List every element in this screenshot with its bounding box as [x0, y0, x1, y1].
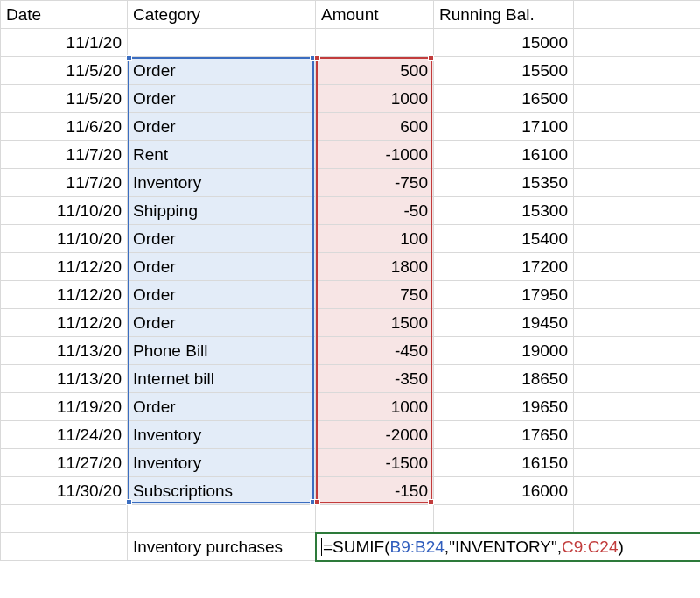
cell-date[interactable]: 11/12/20	[1, 309, 128, 337]
header-category[interactable]: Category	[128, 1, 316, 29]
cell-blank[interactable]	[574, 141, 701, 169]
formula-cell[interactable]: =SUMIF(B9:B24,"INVENTORY",C9:C24)	[316, 533, 701, 561]
cell-blank[interactable]	[574, 169, 701, 197]
cell-amount[interactable]: -750	[316, 169, 434, 197]
cell-amount[interactable]: 1000	[316, 85, 434, 113]
cell-blank[interactable]	[574, 197, 701, 225]
cell-running[interactable]: 19450	[434, 309, 574, 337]
cell-blank[interactable]	[128, 505, 316, 533]
cell-amount[interactable]: 1800	[316, 253, 434, 281]
cell-date[interactable]: 11/10/20	[1, 225, 128, 253]
cell-date[interactable]: 11/12/20	[1, 281, 128, 309]
cell-running[interactable]: 17100	[434, 113, 574, 141]
cell-category[interactable]: Shipping	[128, 197, 316, 225]
cell-date[interactable]: 11/27/20	[1, 449, 128, 477]
grid[interactable]: Date Category Amount Running Bal. 11/1/2…	[0, 0, 700, 561]
cell-amount[interactable]: -2000	[316, 421, 434, 449]
cell-category[interactable]: Order	[128, 57, 316, 85]
cell-blank[interactable]	[316, 505, 434, 533]
cell-running[interactable]: 16150	[434, 449, 574, 477]
cell-date[interactable]: 11/24/20	[1, 421, 128, 449]
cell-blank[interactable]	[574, 309, 701, 337]
cell-amount[interactable]: 1500	[316, 309, 434, 337]
cell-date[interactable]: 11/19/20	[1, 393, 128, 421]
cell-blank[interactable]	[574, 393, 701, 421]
cell-running[interactable]: 19000	[434, 337, 574, 365]
cell-running[interactable]: 17650	[434, 421, 574, 449]
cell-running[interactable]: 15500	[434, 57, 574, 85]
cell-blank[interactable]	[574, 505, 701, 533]
cell-category[interactable]: Order	[128, 281, 316, 309]
cell-date[interactable]: 11/1/20	[1, 29, 128, 57]
cell-blank[interactable]	[1, 505, 128, 533]
cell-date[interactable]: 11/5/20	[1, 57, 128, 85]
cell-date[interactable]: 11/13/20	[1, 337, 128, 365]
cell-category[interactable]: Inventory	[128, 421, 316, 449]
cell-date[interactable]: 11/7/20	[1, 169, 128, 197]
cell-amount[interactable]: -450	[316, 337, 434, 365]
cell-date[interactable]: 11/5/20	[1, 85, 128, 113]
cell-date[interactable]: 11/30/20	[1, 477, 128, 505]
cell-amount[interactable]: 600	[316, 113, 434, 141]
cell-blank[interactable]	[574, 113, 701, 141]
cell-category[interactable]: Order	[128, 85, 316, 113]
cell-category[interactable]: Inventory	[128, 449, 316, 477]
cell-category[interactable]: Order	[128, 225, 316, 253]
cell-amount[interactable]: -1500	[316, 449, 434, 477]
cell-running[interactable]: 15300	[434, 197, 574, 225]
cell-category[interactable]: Order	[128, 253, 316, 281]
cell-category[interactable]: Inventory	[128, 169, 316, 197]
spreadsheet[interactable]: Date Category Amount Running Bal. 11/1/2…	[0, 0, 700, 561]
cell-running[interactable]: 16500	[434, 85, 574, 113]
cell-running[interactable]: 19650	[434, 393, 574, 421]
cell-category[interactable]: Order	[128, 393, 316, 421]
cell-date[interactable]: 11/10/20	[1, 197, 128, 225]
cell-running[interactable]: 15000	[434, 29, 574, 57]
cell-amount[interactable]: 100	[316, 225, 434, 253]
cell-date[interactable]: 11/13/20	[1, 365, 128, 393]
cell-running[interactable]: 18650	[434, 365, 574, 393]
cell-running[interactable]: 17200	[434, 253, 574, 281]
cell-blank[interactable]	[1, 533, 128, 561]
cell-category[interactable]: Internet bill	[128, 365, 316, 393]
cell-blank[interactable]	[574, 253, 701, 281]
cell-blank[interactable]	[574, 225, 701, 253]
cell-blank[interactable]	[574, 57, 701, 85]
cell-category[interactable]: Rent	[128, 141, 316, 169]
cell-category[interactable]: Order	[128, 113, 316, 141]
cell-category[interactable]: Phone Bill	[128, 337, 316, 365]
cell-blank[interactable]	[574, 421, 701, 449]
header-amount[interactable]: Amount	[316, 1, 434, 29]
summary-label[interactable]: Inventory purchases	[128, 533, 316, 561]
cell-amount[interactable]: 500	[316, 57, 434, 85]
cell-date[interactable]: 11/7/20	[1, 141, 128, 169]
cell-blank[interactable]	[574, 85, 701, 113]
cell-amount[interactable]	[316, 29, 434, 57]
cell-running[interactable]: 15400	[434, 225, 574, 253]
header-running[interactable]: Running Bal.	[434, 1, 574, 29]
cell-blank[interactable]	[574, 337, 701, 365]
cell-blank[interactable]	[574, 281, 701, 309]
cell-blank[interactable]	[434, 505, 574, 533]
cell-running[interactable]: 16000	[434, 477, 574, 505]
cell-amount[interactable]: 1000	[316, 393, 434, 421]
cell-blank[interactable]	[574, 29, 701, 57]
cell-date[interactable]: 11/6/20	[1, 113, 128, 141]
cell-blank[interactable]	[574, 477, 701, 505]
cell-running[interactable]: 15350	[434, 169, 574, 197]
header-date[interactable]: Date	[1, 1, 128, 29]
cell-amount[interactable]: -150	[316, 477, 434, 505]
cell-amount[interactable]: -50	[316, 197, 434, 225]
cell-category[interactable]	[128, 29, 316, 57]
cell-running[interactable]: 17950	[434, 281, 574, 309]
cell-blank[interactable]	[574, 449, 701, 477]
cell-amount[interactable]: 750	[316, 281, 434, 309]
cell-blank[interactable]	[574, 365, 701, 393]
cell-amount[interactable]: -1000	[316, 141, 434, 169]
cell-category[interactable]: Order	[128, 309, 316, 337]
cell-category[interactable]: Subscriptions	[128, 477, 316, 505]
cell-amount[interactable]: -350	[316, 365, 434, 393]
cell-date[interactable]: 11/12/20	[1, 253, 128, 281]
cell-blank[interactable]	[574, 1, 701, 29]
cell-running[interactable]: 16100	[434, 141, 574, 169]
